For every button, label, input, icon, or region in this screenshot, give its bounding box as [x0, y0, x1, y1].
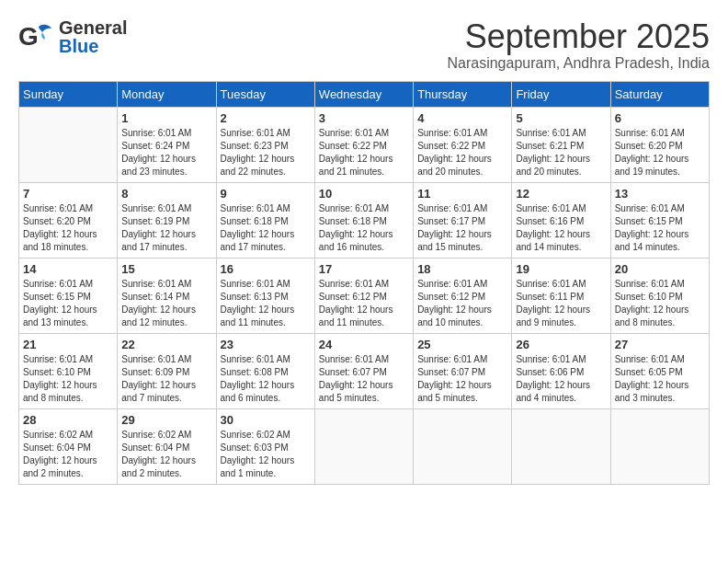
calendar-cell: 25Sunrise: 6:01 AMSunset: 6:07 PMDayligh… [414, 333, 512, 408]
day-number: 7 [23, 187, 113, 201]
day-number: 30 [221, 413, 311, 427]
logo-general: General [59, 18, 127, 37]
day-info: Sunrise: 6:01 AMSunset: 6:20 PMDaylight:… [23, 202, 113, 254]
title-section: September 2025 Narasingapuram, Andhra Pr… [447, 18, 710, 72]
day-number: 9 [221, 187, 311, 201]
calendar-table: SundayMondayTuesdayWednesdayThursdayFrid… [18, 81, 710, 485]
calendar-cell: 26Sunrise: 6:01 AMSunset: 6:06 PMDayligh… [512, 333, 610, 408]
calendar-week-2: 7Sunrise: 6:01 AMSunset: 6:20 PMDaylight… [19, 182, 710, 258]
day-number: 27 [615, 338, 705, 351]
day-info: Sunrise: 6:01 AMSunset: 6:12 PMDaylight:… [319, 278, 409, 329]
day-info: Sunrise: 6:01 AMSunset: 6:06 PMDaylight:… [516, 353, 606, 405]
day-info: Sunrise: 6:01 AMSunset: 6:11 PMDaylight:… [516, 278, 606, 329]
calendar-cell [19, 107, 118, 182]
calendar-cell: 8Sunrise: 6:01 AMSunset: 6:19 PMDaylight… [118, 182, 216, 258]
calendar-cell: 7Sunrise: 6:01 AMSunset: 6:20 PMDaylight… [19, 182, 118, 258]
day-info: Sunrise: 6:01 AMSunset: 6:21 PMDaylight:… [516, 127, 606, 178]
day-info: Sunrise: 6:01 AMSunset: 6:14 PMDaylight:… [121, 278, 211, 329]
calendar-cell: 18Sunrise: 6:01 AMSunset: 6:12 PMDayligh… [414, 258, 512, 333]
calendar-cell: 28Sunrise: 6:02 AMSunset: 6:04 PMDayligh… [19, 408, 118, 484]
header-wednesday: Wednesday [314, 81, 413, 107]
day-info: Sunrise: 6:01 AMSunset: 6:16 PMDaylight:… [516, 202, 606, 254]
calendar-cell: 12Sunrise: 6:01 AMSunset: 6:16 PMDayligh… [512, 182, 610, 258]
day-info: Sunrise: 6:01 AMSunset: 6:18 PMDaylight:… [319, 202, 409, 254]
calendar-cell: 23Sunrise: 6:01 AMSunset: 6:08 PMDayligh… [216, 333, 314, 408]
day-info: Sunrise: 6:01 AMSunset: 6:13 PMDaylight:… [221, 278, 311, 329]
day-number: 14 [23, 262, 113, 276]
day-number: 17 [319, 262, 409, 276]
logo: G General Blue [18, 18, 127, 55]
calendar-cell: 27Sunrise: 6:01 AMSunset: 6:05 PMDayligh… [610, 333, 709, 408]
calendar-cell: 29Sunrise: 6:02 AMSunset: 6:04 PMDayligh… [118, 408, 216, 484]
day-info: Sunrise: 6:02 AMSunset: 6:03 PMDaylight:… [221, 429, 311, 480]
day-info: Sunrise: 6:01 AMSunset: 6:22 PMDaylight:… [417, 127, 507, 178]
calendar-cell [512, 408, 610, 484]
calendar-cell: 21Sunrise: 6:01 AMSunset: 6:10 PMDayligh… [19, 333, 118, 408]
logo-blue: Blue [59, 37, 127, 55]
calendar-cell [414, 408, 512, 484]
day-number: 4 [417, 111, 507, 125]
day-number: 19 [516, 262, 606, 276]
day-number: 24 [319, 338, 409, 351]
calendar-cell: 1Sunrise: 6:01 AMSunset: 6:24 PMDaylight… [118, 107, 216, 182]
day-info: Sunrise: 6:01 AMSunset: 6:08 PMDaylight:… [221, 353, 311, 405]
calendar-cell: 19Sunrise: 6:01 AMSunset: 6:11 PMDayligh… [512, 258, 610, 333]
day-number: 18 [417, 262, 507, 276]
day-info: Sunrise: 6:01 AMSunset: 6:23 PMDaylight:… [221, 127, 311, 178]
calendar-cell: 2Sunrise: 6:01 AMSunset: 6:23 PMDaylight… [216, 107, 314, 182]
header-friday: Friday [512, 81, 610, 107]
calendar-cell: 10Sunrise: 6:01 AMSunset: 6:18 PMDayligh… [314, 182, 413, 258]
header-sunday: Sunday [19, 81, 118, 107]
header-thursday: Thursday [414, 81, 512, 107]
day-number: 11 [417, 187, 507, 201]
day-number: 21 [23, 338, 113, 351]
calendar-cell: 22Sunrise: 6:01 AMSunset: 6:09 PMDayligh… [118, 333, 216, 408]
calendar-cell: 17Sunrise: 6:01 AMSunset: 6:12 PMDayligh… [314, 258, 413, 333]
day-info: Sunrise: 6:01 AMSunset: 6:05 PMDaylight:… [615, 353, 705, 405]
calendar-cell: 30Sunrise: 6:02 AMSunset: 6:03 PMDayligh… [216, 408, 314, 484]
day-info: Sunrise: 6:02 AMSunset: 6:04 PMDaylight:… [23, 429, 113, 480]
header-tuesday: Tuesday [216, 81, 314, 107]
calendar-cell: 3Sunrise: 6:01 AMSunset: 6:22 PMDaylight… [314, 107, 413, 182]
calendar-cell: 4Sunrise: 6:01 AMSunset: 6:22 PMDaylight… [414, 107, 512, 182]
day-number: 3 [319, 111, 409, 125]
calendar-week-4: 21Sunrise: 6:01 AMSunset: 6:10 PMDayligh… [19, 333, 710, 408]
day-number: 13 [615, 187, 705, 201]
calendar-week-1: 1Sunrise: 6:01 AMSunset: 6:24 PMDaylight… [19, 107, 710, 182]
day-number: 28 [23, 413, 113, 427]
day-info: Sunrise: 6:01 AMSunset: 6:09 PMDaylight:… [121, 353, 211, 405]
day-number: 2 [221, 111, 311, 125]
calendar-cell: 9Sunrise: 6:01 AMSunset: 6:18 PMDaylight… [216, 182, 314, 258]
day-number: 5 [516, 111, 606, 125]
calendar-cell: 14Sunrise: 6:01 AMSunset: 6:15 PMDayligh… [19, 258, 118, 333]
calendar-cell [314, 408, 413, 484]
day-info: Sunrise: 6:01 AMSunset: 6:18 PMDaylight:… [221, 202, 311, 254]
day-number: 8 [121, 187, 211, 201]
calendar-cell: 15Sunrise: 6:01 AMSunset: 6:14 PMDayligh… [118, 258, 216, 333]
day-number: 15 [121, 262, 211, 276]
calendar-cell: 24Sunrise: 6:01 AMSunset: 6:07 PMDayligh… [314, 333, 413, 408]
day-info: Sunrise: 6:01 AMSunset: 6:10 PMDaylight:… [23, 353, 113, 405]
day-info: Sunrise: 6:01 AMSunset: 6:12 PMDaylight:… [417, 278, 507, 329]
day-number: 20 [615, 262, 705, 276]
day-number: 23 [221, 338, 311, 351]
calendar-week-3: 14Sunrise: 6:01 AMSunset: 6:15 PMDayligh… [19, 258, 710, 333]
day-number: 6 [615, 111, 705, 125]
day-number: 22 [121, 338, 211, 351]
calendar-week-5: 28Sunrise: 6:02 AMSunset: 6:04 PMDayligh… [19, 408, 710, 484]
calendar-cell: 13Sunrise: 6:01 AMSunset: 6:15 PMDayligh… [610, 182, 709, 258]
header-saturday: Saturday [610, 81, 709, 107]
calendar-cell [610, 408, 709, 484]
calendar-cell: 11Sunrise: 6:01 AMSunset: 6:17 PMDayligh… [414, 182, 512, 258]
day-info: Sunrise: 6:01 AMSunset: 6:10 PMDaylight:… [615, 278, 705, 329]
calendar-header-row: SundayMondayTuesdayWednesdayThursdayFrid… [19, 81, 710, 107]
day-info: Sunrise: 6:01 AMSunset: 6:17 PMDaylight:… [417, 202, 507, 254]
location-title: Narasingapuram, Andhra Pradesh, India [447, 55, 710, 72]
svg-text:G: G [18, 22, 39, 51]
day-info: Sunrise: 6:01 AMSunset: 6:07 PMDaylight:… [319, 353, 409, 405]
day-number: 25 [417, 338, 507, 351]
day-number: 26 [516, 338, 606, 351]
day-number: 12 [516, 187, 606, 201]
day-info: Sunrise: 6:01 AMSunset: 6:22 PMDaylight:… [319, 127, 409, 178]
day-number: 29 [121, 413, 211, 427]
